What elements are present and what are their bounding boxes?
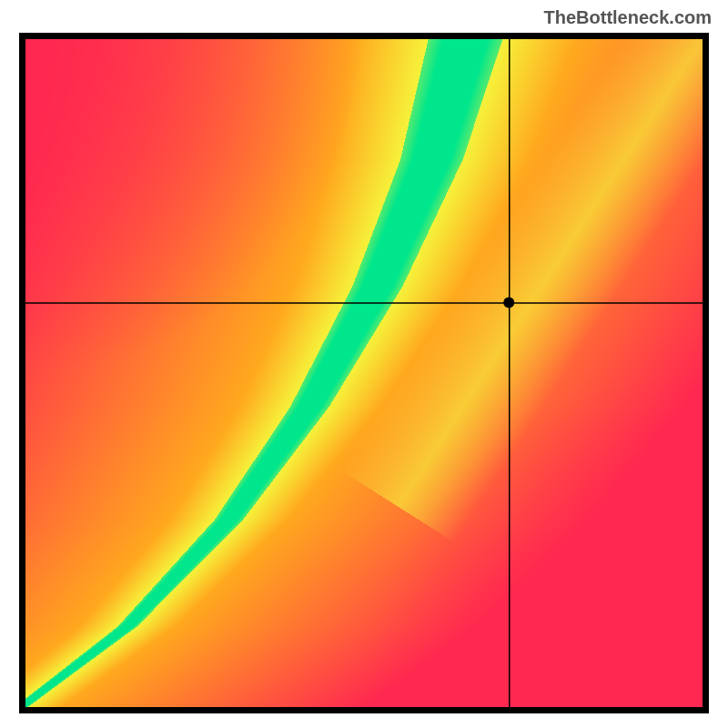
heatmap-canvas — [19, 33, 709, 713]
chart-frame — [19, 33, 709, 713]
chart-container: TheBottleneck.com — [0, 0, 728, 728]
watermark-text: TheBottleneck.com — [544, 7, 712, 28]
